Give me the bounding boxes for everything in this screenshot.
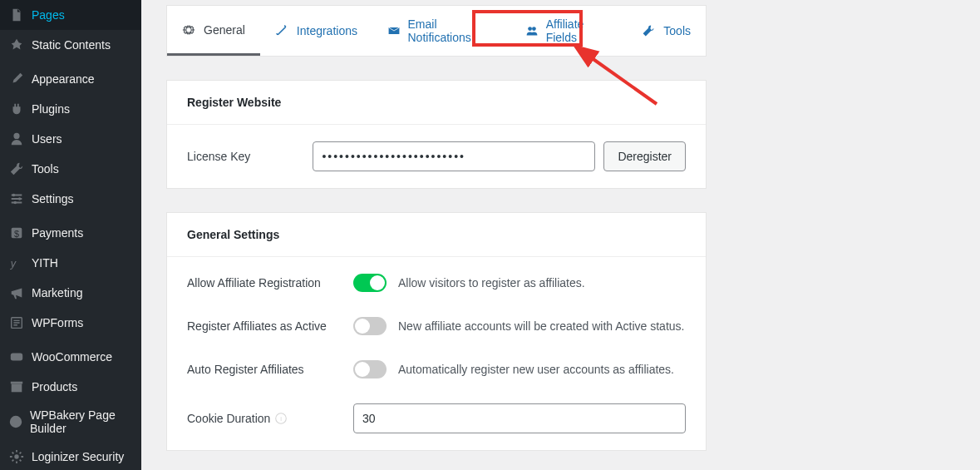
woo-icon [8, 349, 25, 365]
sidebar-item-wpforms[interactable]: WPForms [0, 308, 141, 338]
register-active-label: Register Affiliates as Active [187, 319, 353, 333]
sidebar-item-label: Settings [32, 192, 74, 205]
wrench-icon [642, 23, 657, 38]
license-key-label: License Key [187, 150, 313, 163]
sidebar-item-label: YITH [32, 256, 58, 270]
sidebar-item-appearance[interactable]: Appearance [0, 64, 141, 94]
archive-icon [8, 378, 25, 395]
tab-general[interactable]: General [167, 6, 260, 56]
tab-label: Integrations [297, 24, 357, 37]
sidebar-item-loginizer[interactable]: Loginizer Security [0, 442, 141, 470]
svg-point-13 [528, 27, 532, 31]
sidebar-item-label: Plugins [32, 102, 70, 116]
allow-registration-label: Allow Affiliate Registration [187, 276, 353, 289]
sidebar-item-static-contents[interactable]: Static Contents [0, 30, 141, 60]
sidebar-item-woocommerce[interactable]: WooCommerce [0, 342, 141, 372]
auto-register-toggle[interactable] [353, 360, 387, 378]
yith-icon: y [8, 255, 25, 271]
allow-registration-toggle[interactable] [353, 274, 387, 292]
register-active-toggle[interactable] [353, 317, 387, 335]
brush-icon [8, 71, 25, 87]
svg-point-11 [14, 454, 18, 458]
panel-title: Register Website [167, 81, 706, 125]
svg-point-2 [13, 201, 17, 205]
megaphone-icon [8, 284, 25, 301]
sidebar-item-label: Marketing [32, 286, 82, 299]
gear-icon [182, 22, 197, 37]
register-active-desc: New affiliate accounts will be created w… [398, 319, 684, 333]
gear-icon [8, 448, 25, 465]
user-icon [8, 131, 25, 147]
tab-label: Affiliate Fields [546, 17, 613, 44]
magic-icon [275, 23, 290, 38]
pages-icon [8, 7, 25, 23]
dollar-icon: $ [8, 225, 25, 241]
settings-tabs: General Integrations Email Notifications… [166, 5, 707, 57]
sidebar-item-label: WPBakery Page Builder [30, 408, 133, 435]
auto-register-label: Auto Register Affiliates [187, 363, 353, 376]
sidebar-item-wpbakery[interactable]: WPBakery Page Builder [0, 402, 141, 442]
sidebar-item-label: Products [32, 380, 77, 393]
cookie-duration-input[interactable] [353, 403, 686, 433]
sidebar-item-label: Appearance [32, 72, 95, 86]
deregister-button[interactable]: Deregister [603, 141, 686, 171]
tab-affiliate-fields[interactable]: Affiliate Fields [510, 6, 627, 56]
wpbakery-icon [8, 413, 23, 430]
plug-icon [8, 101, 25, 117]
svg-text:i: i [281, 415, 283, 423]
svg-text:y: y [10, 258, 17, 270]
sidebar-item-label: WPForms [32, 316, 83, 329]
svg-rect-7 [11, 354, 22, 361]
users-icon [525, 23, 539, 38]
wrench-icon [8, 161, 25, 177]
sidebar-item-label: Tools [32, 162, 59, 176]
sidebar-item-pages[interactable]: Pages [0, 0, 141, 30]
envelope-icon [387, 23, 401, 38]
svg-point-1 [18, 197, 22, 200]
svg-point-10 [10, 416, 22, 428]
svg-point-14 [532, 27, 536, 31]
info-icon[interactable]: i [275, 413, 287, 424]
form-icon [8, 314, 25, 331]
cookie-duration-label: Cookie Duration i [187, 412, 353, 425]
sidebar-item-marketing[interactable]: Marketing [0, 278, 141, 308]
license-key-input[interactable] [313, 141, 595, 171]
main-content: General Integrations Email Notifications… [141, 0, 980, 470]
general-settings-panel: General Settings Allow Affiliate Registr… [166, 212, 707, 451]
sidebar-item-label: Loginizer Security [32, 450, 124, 463]
sidebar-item-yith[interactable]: y YITH [0, 248, 141, 278]
sidebar-item-payments[interactable]: $ Payments [0, 218, 141, 248]
auto-register-desc: Automatically register new user accounts… [398, 363, 674, 376]
svg-text:$: $ [14, 229, 19, 239]
tab-email-notifications[interactable]: Email Notifications [372, 6, 510, 56]
tab-integrations[interactable]: Integrations [260, 6, 372, 56]
svg-rect-8 [12, 383, 22, 392]
tab-label: General [204, 23, 245, 37]
admin-sidebar: Pages Static Contents Appearance Plugins… [0, 0, 141, 470]
sidebar-item-settings[interactable]: Settings [0, 184, 141, 214]
svg-rect-9 [11, 382, 22, 384]
sidebar-item-label: WooCommerce [32, 350, 112, 364]
sidebar-item-label: Users [32, 132, 62, 146]
sidebar-item-label: Payments [32, 226, 83, 240]
tab-label: Email Notifications [408, 17, 496, 44]
svg-point-0 [12, 194, 16, 197]
sidebar-item-label: Static Contents [32, 38, 111, 52]
sliders-icon [8, 190, 25, 207]
sidebar-item-plugins[interactable]: Plugins [0, 94, 141, 124]
panel-title: General Settings [167, 213, 706, 257]
sidebar-item-label: Pages [32, 8, 65, 22]
tab-label: Tools [663, 24, 691, 37]
tab-tools[interactable]: Tools [627, 6, 706, 56]
sidebar-item-users[interactable]: Users [0, 124, 141, 154]
register-website-panel: Register Website License Key Deregister [166, 80, 707, 189]
sidebar-item-tools[interactable]: Tools [0, 154, 141, 184]
sidebar-item-products[interactable]: Products [0, 372, 141, 402]
allow-registration-desc: Allow visitors to register as affiliates… [398, 276, 585, 289]
pin-icon [8, 37, 25, 53]
